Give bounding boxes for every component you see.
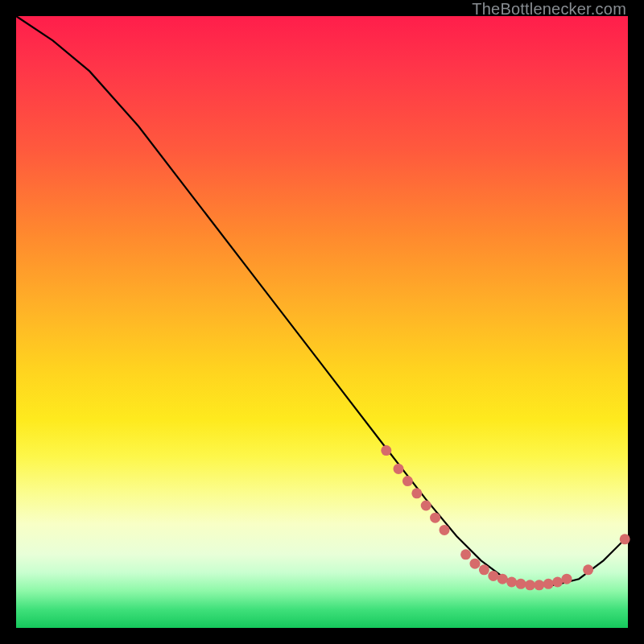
data-marker [534,580,544,590]
data-marker [562,574,572,584]
data-marker [440,525,450,535]
data-marker [497,574,508,584]
data-marker [460,549,471,559]
data-marker [430,513,440,523]
data-marker [479,564,489,575]
data-marker [402,476,413,486]
data-marker [583,564,593,575]
data-marker [552,577,563,588]
chart-frame: TheBottlenecker.com [0,0,644,644]
marker-group [381,445,630,590]
data-marker [543,579,554,589]
plot-area [16,16,628,628]
data-marker [470,559,481,569]
curve-path [16,16,628,585]
data-marker [381,445,391,456]
data-marker [620,534,630,544]
data-marker [525,580,535,590]
data-marker [488,571,498,581]
data-marker [506,577,517,588]
chart-svg [16,16,628,628]
data-marker [516,579,526,589]
data-marker [394,464,404,474]
data-marker [411,488,422,498]
data-marker [421,501,431,511]
